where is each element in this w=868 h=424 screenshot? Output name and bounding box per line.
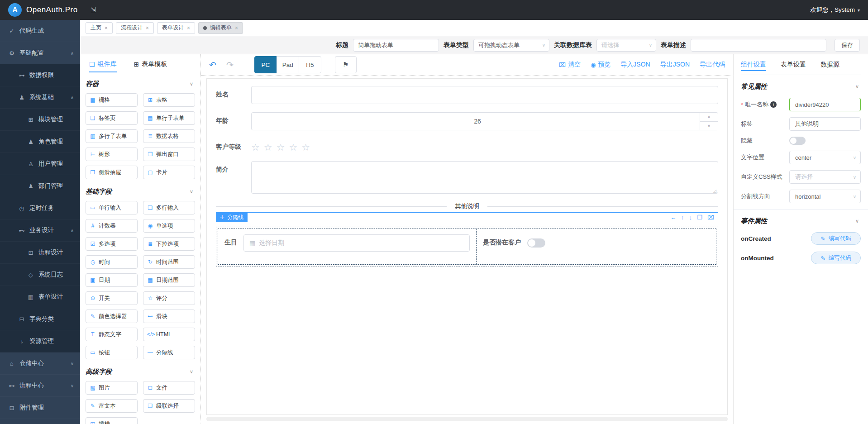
resize-handle-icon[interactable]: ◿: [713, 189, 716, 193]
tag-input[interactable]: [789, 117, 861, 131]
write-code-button[interactable]: ✎编写代码: [811, 232, 861, 245]
form-desc-input[interactable]: [691, 39, 826, 52]
field-age[interactable]: 年龄 ∧ ∨: [216, 112, 718, 130]
device-h5-button[interactable]: H5: [299, 56, 321, 73]
section-basic-fields[interactable]: 基础字段∨: [86, 182, 195, 201]
sidebar-item-role-mgmt[interactable]: ♟角色管理: [0, 131, 80, 153]
star-icon[interactable]: ☆: [277, 142, 285, 153]
sidebar-item-user-mgmt[interactable]: ♙用户管理: [0, 153, 80, 175]
form-type-select[interactable]: 可拖拽动态表单∨: [473, 39, 549, 52]
sidebar-item-attachment-mgmt[interactable]: ⊟附件管理: [0, 397, 80, 419]
form-title-input[interactable]: [353, 39, 439, 52]
tab-component-library[interactable]: ❏组件库: [89, 54, 117, 74]
unique-name-input[interactable]: [789, 98, 861, 111]
grid-row-container[interactable]: 生日 ▦ 选择日期 是否潜在客户: [216, 227, 718, 267]
sidebar-item-scheduled-tasks[interactable]: ◷定时任务: [0, 197, 80, 219]
lib-item-counter[interactable]: #计数器: [86, 219, 138, 233]
divider-component[interactable]: 其他说明: [216, 202, 718, 210]
form-canvas[interactable]: 姓名 年龄 ∧ ∨ 客户等级: [206, 78, 728, 415]
import-json-button[interactable]: 导入JSON: [620, 61, 650, 69]
lib-item-tabs[interactable]: ❏标签页: [86, 111, 138, 125]
close-icon[interactable]: ×: [146, 25, 149, 31]
intro-textarea[interactable]: [251, 161, 718, 194]
sidebar-item-system-log[interactable]: ◇系统日志: [0, 264, 80, 286]
tab-home[interactable]: 主页×: [86, 22, 113, 34]
close-icon[interactable]: ×: [105, 25, 108, 31]
lib-item-input[interactable]: ▭单行输入: [86, 201, 138, 214]
text-position-select[interactable]: center∨: [789, 151, 861, 164]
lib-item-slot[interactable]: ◫插槽: [86, 417, 138, 424]
sidebar-item-base-config[interactable]: ⚙基础配置∧: [0, 42, 80, 64]
lib-item-card[interactable]: ▢卡片: [143, 166, 195, 179]
field-name[interactable]: 姓名: [216, 86, 718, 104]
device-pc-button[interactable]: PC: [254, 56, 277, 73]
section-common-props[interactable]: 常见属性 ∨: [741, 75, 861, 98]
move-down-icon[interactable]: ↓: [689, 214, 692, 221]
lib-item-radio[interactable]: ◉单选项: [143, 219, 195, 233]
sidebar-item-process-center[interactable]: ⊷流程中心∨: [0, 375, 80, 397]
lib-item-table[interactable]: ⊞表格: [143, 93, 195, 107]
move-left-icon[interactable]: ←: [670, 214, 676, 221]
export-json-button[interactable]: 导出JSON: [660, 61, 690, 69]
lib-item-cascader[interactable]: ❒级联选择: [143, 399, 195, 413]
lib-item-textarea[interactable]: ❑多行输入: [143, 201, 195, 214]
field-customer-level[interactable]: 客户等级 ☆ ☆ ☆ ☆ ☆: [216, 138, 718, 153]
lib-item-color-picker[interactable]: ✎颜色选择器: [86, 310, 138, 323]
sidebar-item-resource-mgmt[interactable]: ♁资源管理: [0, 330, 80, 353]
save-button[interactable]: 保存: [835, 39, 860, 52]
star-icon[interactable]: ☆: [289, 142, 297, 153]
lib-item-switch[interactable]: ⊙开关: [86, 291, 138, 305]
close-icon[interactable]: ×: [235, 25, 238, 31]
lib-item-data-table[interactable]: ≣数据表格: [143, 129, 195, 143]
name-input[interactable]: [251, 86, 718, 104]
grid-cell-potential[interactable]: 是否潜在客户: [477, 229, 716, 264]
label-toggle-button[interactable]: ⚑: [335, 56, 357, 73]
horizontal-scrollbar[interactable]: [206, 417, 728, 421]
device-pad-button[interactable]: Pad: [277, 56, 299, 73]
lib-item-date-range[interactable]: ▦日期范围: [143, 273, 195, 287]
sidebar-item-code-gen[interactable]: ✓代码生成: [0, 20, 80, 42]
lib-item-static-text[interactable]: T静态文字: [86, 328, 138, 341]
copy-icon[interactable]: ❐: [697, 214, 702, 221]
section-advanced-fields[interactable]: 高级字段∨: [86, 362, 195, 381]
lib-item-single-subform[interactable]: ▤单行子表单: [143, 111, 195, 125]
lib-item-select[interactable]: ≣下拉选项: [143, 237, 195, 251]
lib-item-divider[interactable]: —分隔线: [143, 346, 195, 359]
sidebar-item-warehouse-center[interactable]: ⌂仓储中心∨: [0, 353, 80, 375]
sidebar-item-module-mgmt[interactable]: ⊞模块管理: [0, 109, 80, 131]
sidebar-item-dictionary[interactable]: ⊟字典分类: [0, 308, 80, 330]
user-menu[interactable]: 欢迎您，System ▾: [810, 6, 860, 14]
divider-direction-select[interactable]: horizontal∨: [789, 190, 861, 203]
sidebar-item-system-base[interactable]: ♟系统基础∧: [0, 86, 80, 109]
hidden-toggle[interactable]: [789, 137, 806, 145]
close-icon[interactable]: ×: [187, 25, 190, 31]
lib-item-file[interactable]: ⊟文件: [143, 381, 195, 395]
star-icon[interactable]: ☆: [264, 142, 272, 153]
sidebar-item-flow-design[interactable]: ⊡流程设计: [0, 242, 80, 264]
selected-component-outline[interactable]: ✛分隔线 ← ↑ ↓ ❐ ⌧: [216, 212, 718, 222]
lib-item-tree[interactable]: ⊢树形: [86, 148, 138, 161]
star-icon[interactable]: ☆: [251, 142, 260, 153]
lib-item-button[interactable]: ▭按钮: [86, 346, 138, 359]
tab-edit-form[interactable]: 编辑表单×: [198, 22, 243, 34]
tab-data-source[interactable]: 数据源: [820, 54, 839, 75]
stepper-down-button[interactable]: ∨: [700, 122, 718, 130]
lib-item-checkbox[interactable]: ☑多选项: [86, 237, 138, 251]
section-containers[interactable]: 容器∨: [86, 74, 195, 93]
lib-item-date[interactable]: ▣日期: [86, 273, 138, 287]
lib-item-rate[interactable]: ☆评分: [143, 291, 195, 305]
tab-flow-design[interactable]: 流程设计×: [116, 22, 154, 34]
sidebar-collapse-icon[interactable]: ⇲: [91, 6, 96, 14]
tab-form-design[interactable]: 表单设计×: [157, 22, 195, 34]
rating-stars[interactable]: ☆ ☆ ☆ ☆ ☆: [251, 138, 718, 153]
sidebar-item-form-design[interactable]: ▦表单设计: [0, 286, 80, 308]
lib-item-popup[interactable]: ❐弹出窗口: [143, 148, 195, 161]
sidebar-item-business-design[interactable]: ⊷业务设计∧: [0, 219, 80, 242]
delete-icon[interactable]: ⌧: [707, 214, 714, 221]
sidebar-item-dept-mgmt[interactable]: ♟部门管理: [0, 175, 80, 197]
lib-item-image[interactable]: ▧图片: [86, 381, 138, 395]
clear-button[interactable]: ⌧清空: [559, 61, 581, 69]
custom-css-select[interactable]: 请选择∨: [789, 170, 861, 184]
birthday-date-picker[interactable]: ▦ 选择日期: [243, 234, 470, 252]
move-up-icon[interactable]: ↑: [681, 214, 684, 221]
